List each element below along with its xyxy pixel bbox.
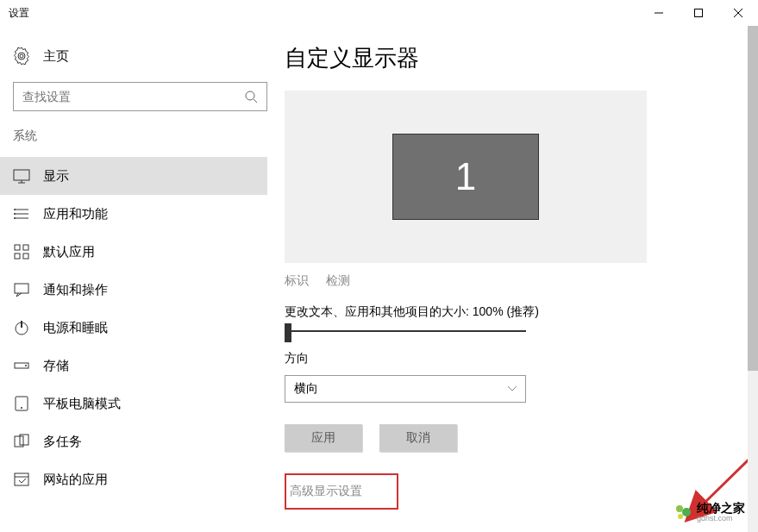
- multitask-icon: [13, 433, 30, 450]
- svg-rect-19: [15, 284, 28, 293]
- svg-rect-6: [14, 170, 29, 180]
- sidebar-item-apps[interactable]: 应用和功能: [0, 195, 267, 233]
- minimize-button[interactable]: [639, 0, 679, 26]
- maximize-icon: [694, 9, 703, 17]
- window-title: 设置: [9, 6, 29, 21]
- monitor-tile[interactable]: 1: [392, 134, 539, 220]
- storage-icon: [13, 357, 30, 374]
- identify-link[interactable]: 标识: [285, 273, 309, 289]
- svg-point-12: [14, 209, 16, 210]
- chevron-down-icon: [508, 386, 517, 391]
- power-icon: [13, 319, 30, 336]
- chat-icon: [13, 281, 30, 298]
- nav-label: 存储: [43, 358, 69, 374]
- search-box[interactable]: [13, 82, 267, 111]
- svg-rect-15: [15, 245, 20, 250]
- page-title: 自定义显示器: [285, 43, 724, 73]
- scrollbar-thumb[interactable]: [748, 26, 758, 371]
- close-icon: [734, 9, 742, 17]
- sidebar-item-display[interactable]: 显示: [0, 157, 267, 195]
- watermark-logo-icon: [674, 504, 692, 521]
- svg-point-31: [676, 505, 683, 512]
- search-icon: [244, 90, 258, 103]
- home-label: 主页: [43, 48, 69, 65]
- slider-thumb[interactable]: [285, 323, 291, 342]
- svg-point-32: [682, 508, 691, 516]
- nav-label: 显示: [43, 168, 69, 185]
- nav-label: 默认应用: [43, 244, 95, 260]
- list-icon: [13, 205, 30, 222]
- svg-rect-28: [15, 473, 28, 485]
- sidebar: 主页 系统 显示 应用和功能 默认应用 通知和操作 电源和睡眠: [0, 26, 267, 532]
- sidebar-item-default-apps[interactable]: 默认应用: [0, 233, 267, 271]
- svg-rect-17: [15, 253, 20, 259]
- titlebar: 设置: [0, 0, 758, 26]
- nav-label: 多任务: [43, 434, 82, 450]
- svg-point-13: [14, 213, 16, 215]
- detect-link[interactable]: 检测: [326, 273, 350, 289]
- orientation-label: 方向: [285, 351, 724, 366]
- cancel-button[interactable]: 取消: [379, 424, 457, 452]
- svg-line-5: [254, 99, 257, 103]
- minimize-icon: [655, 9, 663, 17]
- scale-label: 更改文本、应用和其他项目的大小: 100% (推荐): [285, 304, 724, 320]
- search-input[interactable]: [22, 90, 244, 103]
- nav-label: 通知和操作: [43, 282, 108, 298]
- window-controls: [639, 0, 758, 26]
- annotation-arrow: [660, 285, 758, 526]
- watermark-main: 纯净之家: [697, 502, 745, 515]
- gear-icon: [13, 47, 30, 65]
- watermark: 纯净之家 gdhst.com: [674, 502, 745, 523]
- svg-point-25: [21, 407, 22, 409]
- svg-rect-18: [23, 253, 28, 259]
- svg-point-23: [25, 365, 27, 366]
- nav-label: 电源和睡眠: [43, 320, 108, 336]
- svg-point-33: [678, 514, 683, 519]
- svg-point-4: [246, 91, 254, 100]
- display-preview[interactable]: 1: [285, 91, 647, 263]
- grid-icon: [13, 243, 30, 260]
- svg-rect-16: [23, 245, 28, 250]
- sidebar-item-website-apps[interactable]: 网站的应用: [0, 460, 267, 498]
- sidebar-item-storage[interactable]: 存储: [0, 347, 267, 385]
- tablet-icon: [13, 395, 30, 412]
- sidebar-item-notifications[interactable]: 通知和操作: [0, 271, 267, 309]
- website-icon: [13, 471, 30, 488]
- svg-rect-1: [695, 9, 703, 17]
- sidebar-item-tablet[interactable]: 平板电脑模式: [0, 385, 267, 422]
- scale-slider[interactable]: [285, 330, 526, 332]
- nav-label: 应用和功能: [43, 206, 108, 222]
- monitor-icon: [13, 167, 30, 185]
- maximize-button[interactable]: [679, 0, 718, 26]
- display-links: 标识 检测: [285, 273, 724, 289]
- button-row: 应用 取消: [285, 424, 724, 452]
- advanced-display-link[interactable]: 高级显示设置: [285, 473, 398, 510]
- scrollbar[interactable]: [748, 26, 758, 532]
- sidebar-item-power[interactable]: 电源和睡眠: [0, 309, 267, 347]
- nav-label: 网站的应用: [43, 472, 108, 488]
- home-nav[interactable]: 主页: [13, 39, 267, 73]
- apply-button[interactable]: 应用: [285, 424, 362, 452]
- svg-point-14: [14, 217, 16, 219]
- close-button[interactable]: [718, 0, 758, 26]
- sidebar-item-multitask[interactable]: 多任务: [0, 422, 267, 460]
- section-label: 系统: [13, 128, 267, 144]
- orientation-value: 横向: [294, 381, 318, 397]
- main-panel: 自定义显示器 1 标识 检测 更改文本、应用和其他项目的大小: 100% (推荐…: [267, 26, 758, 532]
- nav-label: 平板电脑模式: [43, 396, 121, 412]
- watermark-sub: gdhst.com: [697, 515, 745, 523]
- orientation-select[interactable]: 横向: [285, 375, 526, 403]
